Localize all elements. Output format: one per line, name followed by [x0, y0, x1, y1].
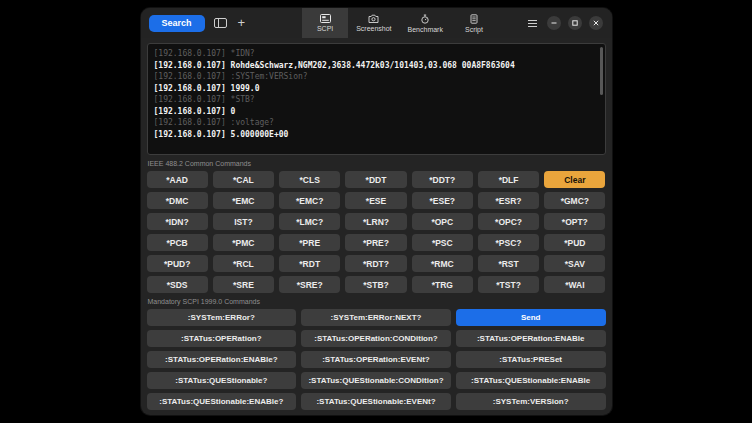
tab-label: Script [465, 26, 483, 33]
tab-scpi[interactable]: SCPI [302, 8, 348, 38]
command-button-status-questionable-enable[interactable]: :STATus:QUEStionable:ENABle? [147, 393, 297, 410]
close-button[interactable] [589, 16, 603, 30]
ieee-section-label: IEEE 488.2 Common Commands [148, 160, 605, 168]
command-button-cls[interactable]: *CLS [279, 171, 340, 188]
scpi-grid: :SYSTem:ERRor?:SYSTem:ERRor:NEXT?Send:ST… [147, 309, 606, 410]
camera-icon [368, 14, 379, 23]
command-button-emc[interactable]: *EMC [213, 192, 274, 209]
command-button-idn[interactable]: *IDN? [147, 213, 208, 230]
terminal-log[interactable]: [192.168.0.107] *IDN?[192.168.0.107] Roh… [147, 43, 606, 155]
command-button-tst[interactable]: *TST? [478, 276, 539, 293]
terminal-line: [192.168.0.107] :voltage? [154, 117, 599, 129]
terminal-line: [192.168.0.107] 5.000000E+00 [154, 129, 599, 141]
menu-button[interactable] [525, 17, 540, 30]
command-button-send[interactable]: Send [456, 309, 606, 326]
stopwatch-icon [420, 14, 430, 24]
tab-benchmark[interactable]: Benchmark [400, 8, 451, 38]
command-button-ese[interactable]: *ESE? [412, 192, 473, 209]
command-button-psc[interactable]: *PSC [412, 234, 473, 251]
tab-screenshot[interactable]: Screenshot [348, 8, 399, 38]
command-button-rdt[interactable]: *RDT [279, 255, 340, 272]
command-button-sre[interactable]: *SRE? [279, 276, 340, 293]
sidebar-panel-icon [214, 18, 227, 28]
command-button-dlf[interactable]: *DLF [478, 171, 539, 188]
scpi-icon [320, 14, 331, 23]
main-content: [192.168.0.107] *IDN?[192.168.0.107] Roh… [141, 38, 612, 415]
command-button-status-questionable-event[interactable]: :STATus:QUEStionable:EVENt? [301, 393, 451, 410]
tab-label: Screenshot [356, 25, 391, 32]
command-button-ist[interactable]: IST? [213, 213, 274, 230]
command-button-status-operation-event[interactable]: :STATus:OPERation:EVENt? [301, 351, 451, 368]
titlebar: Search + SCPI Scre [141, 8, 612, 38]
terminal-scrollbar[interactable] [600, 47, 603, 95]
command-button-lmc[interactable]: *LMC? [279, 213, 340, 230]
command-button-aad[interactable]: *AAD [147, 171, 208, 188]
command-button-esr[interactable]: *ESR? [478, 192, 539, 209]
command-button-emc[interactable]: *EMC? [279, 192, 340, 209]
command-button-stb[interactable]: *STB? [345, 276, 406, 293]
command-button-system-error[interactable]: :SYSTem:ERRor? [147, 309, 297, 326]
command-button-status-operation[interactable]: :STATus:OPERation? [147, 330, 297, 347]
command-button-status-questionable[interactable]: :STATus:QUEStionable? [147, 372, 297, 389]
command-button-opc[interactable]: *OPC [412, 213, 473, 230]
command-button-opt[interactable]: *OPT? [544, 213, 605, 230]
command-button-pre[interactable]: *PRE [279, 234, 340, 251]
minimize-icon [551, 20, 557, 26]
command-button-status-questionable-enable[interactable]: :STATus:QUEStionable:ENABle [456, 372, 606, 389]
tab-script[interactable]: Script [451, 8, 497, 38]
command-button-rdt[interactable]: *RDT? [345, 255, 406, 272]
command-button-status-operation-condition[interactable]: :STATus:OPERation:CONDition? [301, 330, 451, 347]
command-button-ddt[interactable]: *DDT [345, 171, 406, 188]
maximize-button[interactable] [568, 16, 582, 30]
command-button-sav[interactable]: *SAV [544, 255, 605, 272]
command-button-rcl[interactable]: *RCL [213, 255, 274, 272]
command-button-ddt[interactable]: *DDT? [412, 171, 473, 188]
command-button-pcb[interactable]: *PCB [147, 234, 208, 251]
terminal-line: [192.168.0.107] 1999.0 [154, 83, 599, 95]
command-button-pmc[interactable]: *PMC [213, 234, 274, 251]
command-button-pre[interactable]: *PRE? [345, 234, 406, 251]
command-button-sre[interactable]: *SRE [213, 276, 274, 293]
command-button-status-operation-enable[interactable]: :STATus:OPERation:ENABle? [147, 351, 297, 368]
tab-bar: SCPI Screenshot Benchmark [302, 8, 497, 38]
command-button-status-questionable-condition[interactable]: :STATus:QUEStionable:CONDition? [301, 372, 451, 389]
search-button[interactable]: Search [149, 15, 205, 32]
ieee-grid: *AAD*CAL*CLS*DDT*DDT?*DLFClear*DMC*EMC*E… [147, 171, 606, 293]
command-button-psc[interactable]: *PSC? [478, 234, 539, 251]
terminal-line: [192.168.0.107] *STB? [154, 94, 599, 106]
command-button-status-operation-enable[interactable]: :STATus:OPERation:ENABle [456, 330, 606, 347]
maximize-icon [572, 20, 578, 26]
command-button-trg[interactable]: *TRG [412, 276, 473, 293]
command-button-system-error-next[interactable]: :SYSTem:ERRor:NEXT? [301, 309, 451, 326]
command-button-lrn[interactable]: *LRN? [345, 213, 406, 230]
app-window: Search + SCPI Scre [141, 8, 612, 415]
sidebar-toggle-button[interactable] [212, 16, 229, 30]
terminal-line: [192.168.0.107] *IDN? [154, 48, 599, 60]
script-icon [469, 14, 479, 24]
command-button-ese[interactable]: *ESE [345, 192, 406, 209]
command-button-clear[interactable]: Clear [544, 171, 605, 188]
command-button-opc[interactable]: *OPC? [478, 213, 539, 230]
minimize-button[interactable] [547, 16, 561, 30]
command-button-cal[interactable]: *CAL [213, 171, 274, 188]
command-button-rmc[interactable]: *RMC [412, 255, 473, 272]
command-button-status-preset[interactable]: :STATus:PRESet [456, 351, 606, 368]
command-button-rst[interactable]: *RST [478, 255, 539, 272]
tab-label: SCPI [317, 25, 333, 32]
command-button-system-version[interactable]: :SYSTem:VERSion? [456, 393, 606, 410]
terminal-line: [192.168.0.107] Rohde&Schwarz,NGM202,363… [154, 60, 599, 72]
scpi-section-label: Mandatory SCPI 1999.0 Commands [148, 298, 605, 306]
command-button-pud[interactable]: *PUD? [147, 255, 208, 272]
terminal-line: [192.168.0.107] 0 [154, 106, 599, 118]
tab-label: Benchmark [408, 26, 443, 33]
new-tab-button[interactable]: + [236, 16, 248, 30]
command-button-pud[interactable]: *PUD [544, 234, 605, 251]
terminal-line: [192.168.0.107] :SYSTem:VERSion? [154, 71, 599, 83]
command-button-sds[interactable]: *SDS [147, 276, 208, 293]
close-icon [593, 20, 599, 26]
command-button-wai[interactable]: *WAI [544, 276, 605, 293]
command-button-dmc[interactable]: *DMC [147, 192, 208, 209]
command-button-gmc[interactable]: *GMC? [544, 192, 605, 209]
